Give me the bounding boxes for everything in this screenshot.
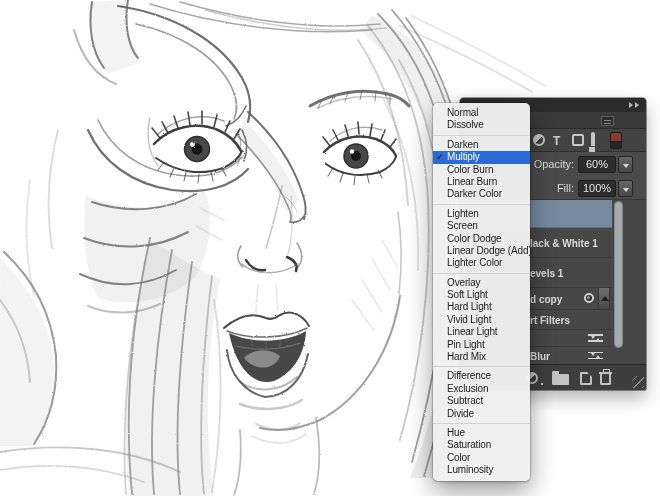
opacity-value-text: 60%: [586, 158, 608, 170]
layer-name: Blur: [530, 350, 550, 361]
menu-item-multiply[interactable]: ✓ Multiply: [433, 151, 530, 163]
new-layer-icon[interactable]: [580, 372, 592, 385]
adjustment-filter-icon[interactable]: [533, 134, 545, 146]
menu-item-label: Luminosity: [447, 464, 493, 475]
menu-item-linear-burn[interactable]: Linear Burn: [433, 176, 530, 188]
menu-item-label: Dissolve: [447, 119, 484, 130]
menu-item-difference[interactable]: Difference: [433, 370, 530, 382]
menu-item-subtract[interactable]: Subtract: [433, 395, 530, 407]
menu-item-exclusion[interactable]: Exclusion: [433, 383, 530, 395]
menu-item-linear-light[interactable]: Linear Light: [433, 326, 530, 338]
menu-item-label: Lighten: [447, 208, 479, 219]
menu-item-lighten[interactable]: Lighten: [433, 208, 530, 220]
menu-item-label: Overlay: [447, 277, 480, 288]
menu-item-color-dodge[interactable]: Color Dodge: [433, 233, 530, 245]
menu-item-pin-light[interactable]: Pin Light: [433, 339, 530, 351]
opacity-value[interactable]: 60%: [578, 156, 616, 173]
opacity-dropdown-arrow-icon[interactable]: [618, 156, 633, 173]
shape-filter-icon[interactable]: [572, 134, 584, 146]
new-group-icon[interactable]: [552, 374, 569, 385]
menu-item-label: Darker Color: [447, 188, 502, 199]
menu-item-label: Soft Light: [447, 289, 488, 300]
collapse-smart-filters-button[interactable]: [598, 288, 610, 309]
menu-item-hue[interactable]: Hue: [433, 427, 530, 439]
menu-separator: [433, 204, 530, 205]
menu-item-label: Linear Dodge (Add): [447, 245, 532, 256]
blend-options-icon[interactable]: [588, 333, 603, 343]
menu-item-color-burn[interactable]: Color Burn: [433, 164, 530, 176]
menu-item-label: Lighter Color: [447, 257, 502, 268]
photoshop-screenshot: T Opacity: 60% Fill: 100% lack & White 1…: [0, 0, 660, 496]
menu-item-label: Color Burn: [447, 164, 493, 175]
menu-item-label: Color Dodge: [447, 233, 502, 244]
menu-item-saturation[interactable]: Saturation: [433, 439, 530, 451]
menu-item-soft-light[interactable]: Soft Light: [433, 289, 530, 301]
menu-item-divide[interactable]: Divide: [433, 408, 530, 420]
blend-mode-menu: Normal Dissolve Darken ✓ Multiply Color …: [433, 103, 530, 481]
menu-item-label: Multiply: [447, 151, 480, 162]
menu-item-label: Divide: [447, 408, 474, 419]
menu-item-vivid-light[interactable]: Vivid Light: [433, 314, 530, 326]
menu-item-label: Saturation: [447, 439, 491, 450]
menu-item-hard-light[interactable]: Hard Light: [433, 301, 530, 313]
fill-value-text: 100%: [583, 182, 611, 194]
menu-separator: [433, 135, 530, 136]
fill-value[interactable]: 100%: [578, 180, 616, 197]
menu-item-label: Difference: [447, 370, 491, 381]
menu-separator: [433, 423, 530, 424]
menu-item-label: Linear Burn: [447, 176, 497, 187]
menu-item-dissolve[interactable]: Dissolve: [433, 119, 530, 131]
menu-item-label: Exclusion: [447, 383, 488, 394]
layer-name: rt Filters: [530, 314, 570, 325]
menu-item-label: Vivid Light: [447, 314, 491, 325]
checkmark-icon: ✓: [436, 151, 443, 163]
panel-menu-icon[interactable]: [601, 116, 614, 126]
menu-item-label: Hard Mix: [447, 351, 486, 362]
type-filter-icon[interactable]: T: [553, 135, 560, 147]
layer-name: d copy: [530, 293, 562, 304]
menu-item-label: Darken: [447, 139, 478, 150]
menu-item-darker-color[interactable]: Darker Color: [433, 188, 530, 200]
smart-object-filter-icon[interactable]: [591, 132, 595, 153]
menu-item-label: Hue: [447, 427, 465, 438]
fill-dropdown-arrow-icon[interactable]: [618, 180, 633, 197]
smart-filter-badge-icon: [584, 293, 594, 303]
menu-item-normal[interactable]: Normal: [433, 107, 530, 119]
menu-item-hard-mix[interactable]: Hard Mix: [433, 351, 530, 363]
menu-item-label: Color: [447, 452, 470, 463]
layer-name: evels 1: [530, 267, 563, 278]
menu-item-label: Hard Light: [447, 301, 492, 312]
layer-filter-toggle[interactable]: [610, 132, 622, 149]
menu-item-linear-dodge-add[interactable]: Linear Dodge (Add): [433, 245, 530, 257]
blend-options-icon[interactable]: [588, 351, 603, 361]
menu-item-color[interactable]: Color: [433, 452, 530, 464]
menu-item-luminosity[interactable]: Luminosity: [433, 464, 530, 476]
menu-item-label: Normal: [447, 107, 478, 118]
layers-scrollbar-thumb[interactable]: [614, 201, 623, 348]
menu-item-label: Linear Light: [447, 326, 497, 337]
menu-item-overlay[interactable]: Overlay: [433, 277, 530, 289]
menu-item-label: Subtract: [447, 395, 483, 406]
delete-layer-icon[interactable]: [599, 371, 612, 385]
menu-separator: [433, 273, 530, 274]
layer-name: lack & White 1: [530, 237, 598, 248]
menu-item-darken[interactable]: Darken: [433, 139, 530, 151]
menu-item-label: Pin Light: [447, 339, 485, 350]
menu-item-screen[interactable]: Screen: [433, 220, 530, 232]
menu-item-label: Screen: [447, 220, 478, 231]
menu-item-lighter-color[interactable]: Lighter Color: [433, 257, 530, 269]
panel-resize-grip[interactable]: [632, 376, 644, 388]
menu-separator: [433, 366, 530, 367]
collapse-panels-icon[interactable]: [629, 102, 639, 108]
